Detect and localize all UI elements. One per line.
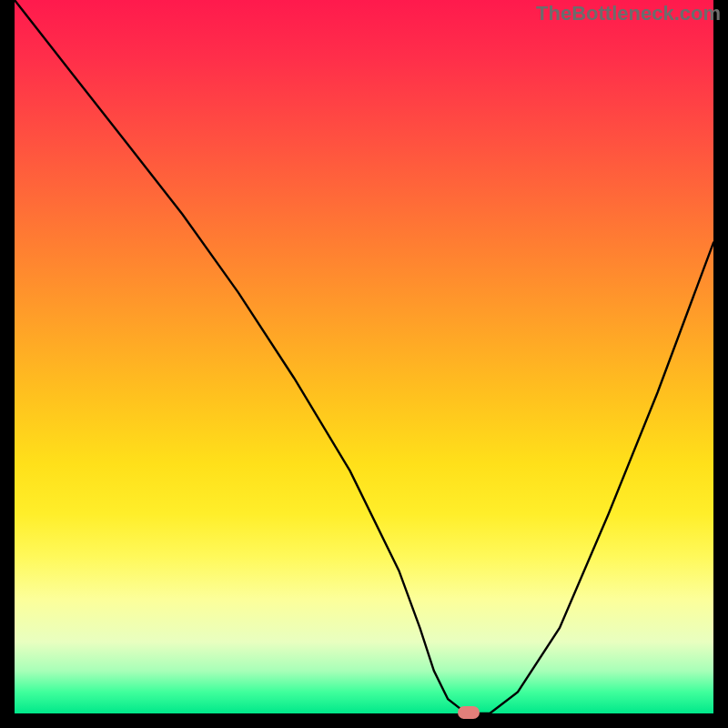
chart-curve-svg — [15, 0, 713, 713]
chart-curve — [15, 0, 713, 713]
chart-frame — [15, 0, 713, 713]
chart-optimum-marker — [458, 706, 480, 719]
watermark-text: TheBottleneck.com — [536, 2, 721, 25]
